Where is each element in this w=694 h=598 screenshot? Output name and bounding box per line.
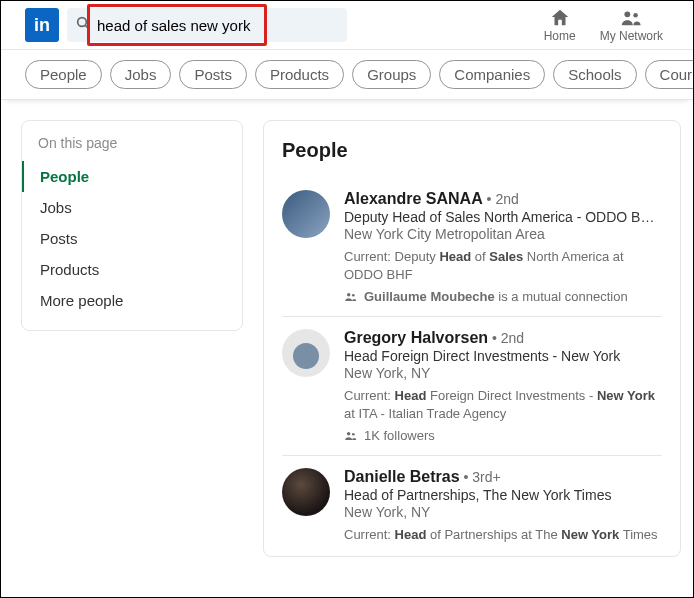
pill-jobs[interactable]: Jobs [110,60,172,89]
result-row: Gregory Halvorsen • 2nd Head Foreign Dir… [282,317,662,456]
pill-companies[interactable]: Companies [439,60,545,89]
result-name-line: Alexandre SANAA • 2nd [344,190,662,208]
search-input[interactable] [97,17,339,34]
search-icon [75,15,91,35]
result-name[interactable]: Danielle Betras [344,468,460,485]
svg-point-5 [352,294,355,297]
filter-pill-bar: People Jobs Posts Products Groups Compan… [1,49,693,100]
svg-point-2 [625,11,631,17]
pill-products[interactable]: Products [255,60,344,89]
svg-point-0 [78,18,87,27]
result-current: Current: Deputy Head of Sales North Amer… [344,248,662,283]
svg-point-6 [347,432,351,436]
people-icon [344,429,358,443]
nav-home-label: Home [544,29,576,43]
section-title: People [282,139,662,162]
result-name[interactable]: Alexandre SANAA [344,190,483,207]
avatar[interactable] [282,190,330,238]
result-row: Alexandre SANAA • 2nd Deputy Head of Sal… [282,178,662,317]
svg-point-7 [352,433,355,436]
result-current: Current: Head of Partnerships at The New… [344,526,662,544]
nav-home[interactable]: Home [544,7,576,43]
pill-schools[interactable]: Schools [553,60,636,89]
people-icon [620,7,642,29]
result-current: Current: Head Foreign Direct Investments… [344,387,662,422]
nav-network[interactable]: My Network [600,7,663,43]
sidebar-item-jobs[interactable]: Jobs [22,192,242,223]
result-name[interactable]: Gregory Halvorsen [344,329,488,346]
top-bar: in Home My Network [1,1,693,49]
sidebar-item-people[interactable]: People [22,161,242,192]
people-icon [344,290,358,304]
result-location: New York City Metropolitan Area [344,226,662,242]
sidebar-title: On this page [22,135,242,161]
result-name-line: Gregory Halvorsen • 2nd [344,329,662,347]
avatar[interactable] [282,329,330,377]
svg-line-1 [85,25,89,29]
result-headline: Head of Partnerships, The New York Times [344,487,662,503]
result-location: New York, NY [344,365,662,381]
result-headline: Head Foreign Direct Investments - New Yo… [344,348,662,364]
result-name-line: Danielle Betras • 3rd+ [344,468,662,486]
result-meta: 1K followers [344,428,662,443]
pill-people[interactable]: People [25,60,102,89]
result-meta: Guillaume Moubeche is a mutual connectio… [344,289,662,304]
search-box[interactable] [67,8,347,42]
sidebar-item-more-people[interactable]: More people [22,285,242,316]
result-headline: Deputy Head of Sales North America - ODD… [344,209,662,225]
linkedin-logo[interactable]: in [25,8,59,42]
nav-network-label: My Network [600,29,663,43]
avatar[interactable] [282,468,330,516]
sidebar-item-posts[interactable]: Posts [22,223,242,254]
svg-point-4 [347,293,351,297]
pill-posts[interactable]: Posts [179,60,247,89]
svg-point-3 [634,13,639,18]
content-area: On this page People Jobs Posts Products … [1,100,693,557]
sidebar-item-products[interactable]: Products [22,254,242,285]
pill-more[interactable]: Cour [645,60,693,89]
header-nav: Home My Network [544,7,663,43]
results-panel: People Alexandre SANAA • 2nd Deputy Head… [263,120,681,557]
result-location: New York, NY [344,504,662,520]
result-row: Danielle Betras • 3rd+ Head of Partnersh… [282,456,662,556]
sidebar: On this page People Jobs Posts Products … [21,120,243,331]
home-icon [549,7,571,29]
pill-groups[interactable]: Groups [352,60,431,89]
